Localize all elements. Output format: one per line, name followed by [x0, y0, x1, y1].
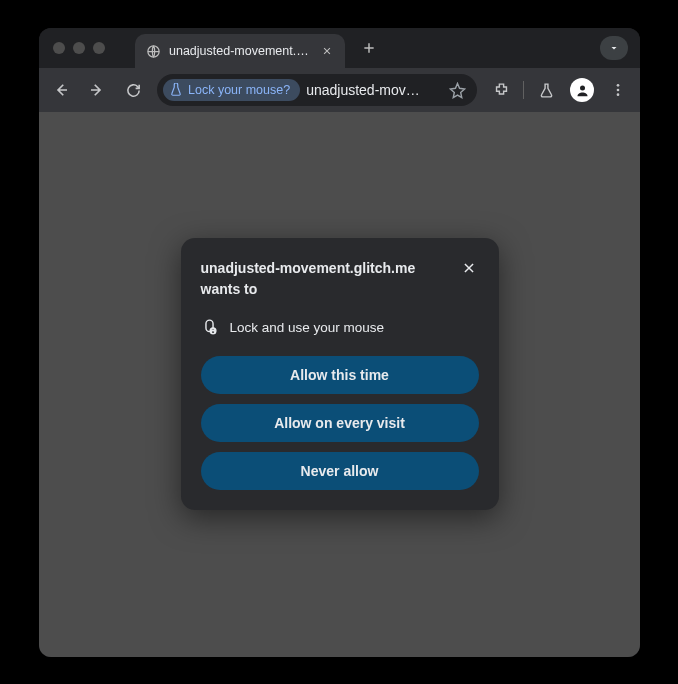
- permission-chip-label: Lock your mouse?: [188, 83, 290, 97]
- tab-title: unadjusted-movement.glitch.: [169, 44, 311, 58]
- url-text: unadjusted-mov…: [306, 82, 439, 98]
- permission-dialog: unadjusted-movement.glitch.me wants to L…: [181, 238, 499, 510]
- window-traffic-lights: [53, 42, 105, 54]
- svg-point-3: [617, 89, 620, 92]
- back-button[interactable]: [45, 74, 77, 106]
- titlebar: unadjusted-movement.glitch.: [39, 28, 640, 68]
- permission-label: Lock and use your mouse: [230, 320, 385, 335]
- permission-chip[interactable]: Lock your mouse?: [163, 79, 300, 101]
- svg-point-4: [617, 93, 620, 96]
- dialog-title: unadjusted-movement.glitch.me wants to: [201, 258, 449, 300]
- menu-button[interactable]: [602, 74, 634, 106]
- svg-point-1: [580, 85, 585, 90]
- window-close-button[interactable]: [53, 42, 65, 54]
- close-icon[interactable]: [459, 258, 479, 278]
- toolbar: Lock your mouse? unadjusted-mov…: [39, 68, 640, 112]
- bookmark-star-icon[interactable]: [445, 78, 469, 102]
- allow-every-visit-button[interactable]: Allow on every visit: [201, 404, 479, 442]
- svg-point-2: [617, 84, 620, 87]
- close-icon[interactable]: [319, 43, 335, 59]
- labs-button[interactable]: [530, 74, 562, 106]
- new-tab-button[interactable]: [355, 34, 383, 62]
- window-minimize-button[interactable]: [73, 42, 85, 54]
- browser-tab[interactable]: unadjusted-movement.glitch.: [135, 34, 345, 68]
- tab-search-button[interactable]: [600, 36, 628, 60]
- window-zoom-button[interactable]: [93, 42, 105, 54]
- reload-button[interactable]: [117, 74, 149, 106]
- profile-button[interactable]: [566, 74, 598, 106]
- allow-this-time-button[interactable]: Allow this time: [201, 356, 479, 394]
- toolbar-divider: [523, 81, 524, 99]
- forward-button[interactable]: [81, 74, 113, 106]
- mouse-lock-icon: [201, 318, 218, 338]
- address-bar[interactable]: Lock your mouse? unadjusted-mov…: [157, 74, 477, 106]
- extensions-button[interactable]: [485, 74, 517, 106]
- permission-row: Lock and use your mouse: [201, 318, 479, 338]
- browser-window: unadjusted-movement.glitch.: [39, 28, 640, 657]
- page-viewport: unadjusted-movement.glitch.me wants to L…: [39, 112, 640, 657]
- globe-icon: [145, 43, 161, 59]
- never-allow-button[interactable]: Never allow: [201, 452, 479, 490]
- avatar-icon: [570, 78, 594, 102]
